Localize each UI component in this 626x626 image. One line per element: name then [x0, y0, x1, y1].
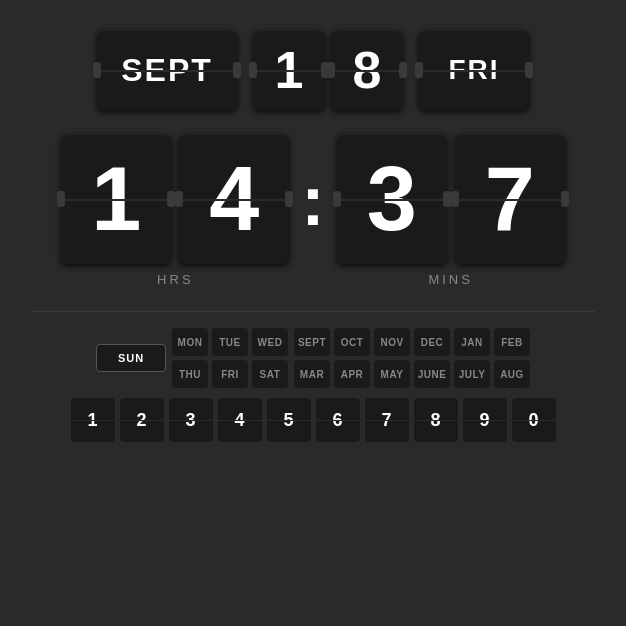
- notch-right: [561, 191, 569, 207]
- notch-right: [399, 62, 407, 78]
- num-3[interactable]: 3: [169, 398, 213, 442]
- hour-digit1-tile[interactable]: 1: [61, 134, 171, 264]
- day-fri[interactable]: FRI: [212, 360, 248, 388]
- hours-pair: 1 4: [61, 134, 289, 264]
- day-tile[interactable]: FRI: [419, 30, 529, 110]
- months-row2: MAR APR MAY JUNE JULY AUG: [294, 360, 530, 388]
- day-tue[interactable]: TUE: [212, 328, 248, 356]
- month-july[interactable]: JULY: [454, 360, 490, 388]
- notch-left: [451, 191, 459, 207]
- num-5[interactable]: 5: [267, 398, 311, 442]
- active-day-label: SUN: [118, 352, 144, 364]
- num-2[interactable]: 2: [120, 398, 164, 442]
- notch-right: [233, 62, 241, 78]
- months-row1: SEPT OCT NOV DEC JAN FEB: [294, 328, 530, 356]
- hours-group: 1 4 HRS: [61, 134, 289, 287]
- date-digit1: 1: [275, 40, 304, 100]
- month-june[interactable]: JUNE: [414, 360, 450, 388]
- divider: [31, 311, 594, 312]
- time-row: 1 4 HRS : 3 7 MINS: [61, 134, 564, 287]
- notch-left: [333, 191, 341, 207]
- month-dec[interactable]: DEC: [414, 328, 450, 356]
- hrs-label: HRS: [157, 272, 193, 287]
- day-mon[interactable]: MON: [172, 328, 208, 356]
- num-7[interactable]: 7: [365, 398, 409, 442]
- notch-right: [285, 191, 293, 207]
- date-digit1-tile[interactable]: 1: [253, 30, 325, 110]
- min-digit2-tile[interactable]: 7: [455, 134, 565, 264]
- month-jan[interactable]: JAN: [454, 328, 490, 356]
- bottom-section: SUN MON TUE WED THU FRI SAT SEPT OCT NOV…: [0, 328, 626, 442]
- mins-label: MINS: [428, 272, 473, 287]
- mins-group: 3 7 MINS: [337, 134, 565, 287]
- date-digit2: 8: [353, 40, 382, 100]
- notch-left: [415, 62, 423, 78]
- num-1[interactable]: 1: [71, 398, 115, 442]
- month-nov[interactable]: NOV: [374, 328, 410, 356]
- notch-right: [167, 191, 175, 207]
- notch-left: [93, 62, 101, 78]
- month-value: SEPT: [121, 52, 213, 89]
- notch-left: [175, 191, 183, 207]
- num-8[interactable]: 8: [414, 398, 458, 442]
- mins-pair: 3 7: [337, 134, 565, 264]
- day-thu[interactable]: THU: [172, 360, 208, 388]
- notch-left: [249, 62, 257, 78]
- notch-right: [525, 62, 533, 78]
- min-digit1: 3: [367, 148, 417, 251]
- days-col: MON TUE WED THU FRI SAT: [172, 328, 288, 388]
- month-apr[interactable]: APR: [334, 360, 370, 388]
- months-col: SEPT OCT NOV DEC JAN FEB MAR APR MAY JUN…: [294, 328, 530, 388]
- month-oct[interactable]: OCT: [334, 328, 370, 356]
- hour-digit2-tile[interactable]: 4: [179, 134, 289, 264]
- num-6[interactable]: 6: [316, 398, 360, 442]
- notch-left: [327, 62, 335, 78]
- num-9[interactable]: 9: [463, 398, 507, 442]
- month-sept[interactable]: SEPT: [294, 328, 330, 356]
- notch-right: [443, 191, 451, 207]
- day-wed[interactable]: WED: [252, 328, 288, 356]
- num-0[interactable]: 0: [512, 398, 556, 442]
- hour-digit2: 4: [209, 148, 259, 251]
- month-mar[interactable]: MAR: [294, 360, 330, 388]
- month-feb[interactable]: FEB: [494, 328, 530, 356]
- numbers-row: 1 2 3 4 5 6 7 8 9 0: [71, 398, 556, 442]
- month-tile[interactable]: SEPT: [97, 30, 237, 110]
- days-row2: THU FRI SAT: [172, 360, 288, 388]
- day-value: FRI: [448, 54, 499, 86]
- day-sat[interactable]: SAT: [252, 360, 288, 388]
- min-digit2: 7: [485, 148, 535, 251]
- days-row1: MON TUE WED: [172, 328, 288, 356]
- date-digit2-tile[interactable]: 8: [331, 30, 403, 110]
- notch-left: [57, 191, 65, 207]
- num-4[interactable]: 4: [218, 398, 262, 442]
- top-row: SEPT 1 8 FRI: [97, 30, 529, 110]
- active-day-tile[interactable]: SUN: [96, 344, 166, 372]
- time-colon: :: [297, 166, 328, 236]
- days-months-section: SUN MON TUE WED THU FRI SAT SEPT OCT NOV…: [20, 328, 606, 388]
- month-aug[interactable]: AUG: [494, 360, 530, 388]
- hour-digit1: 1: [91, 148, 141, 251]
- date-tiles: 1 8: [253, 30, 403, 110]
- month-may[interactable]: MAY: [374, 360, 410, 388]
- min-digit1-tile[interactable]: 3: [337, 134, 447, 264]
